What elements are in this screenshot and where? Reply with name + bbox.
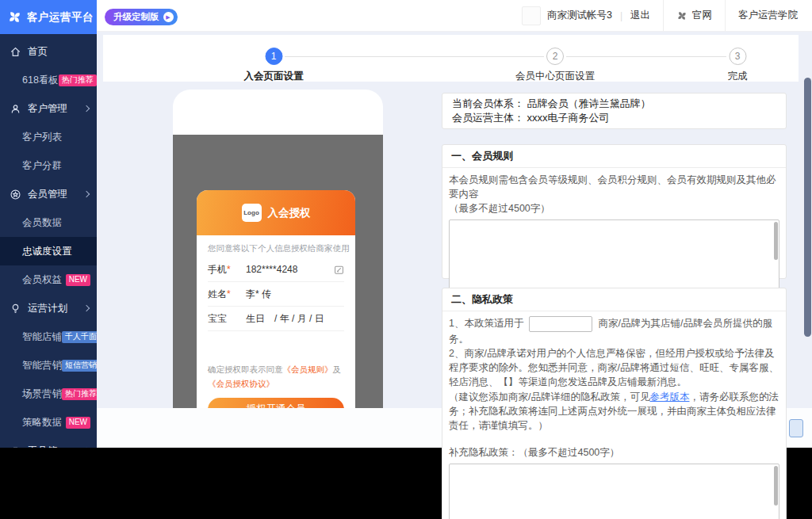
join-auth-title: 入会授权 [268,206,311,220]
birthday-value: 生日 / 年 / 月 / 日 [246,312,324,326]
chevron-right-icon [83,191,90,197]
brand-header: 客户运营平台 [0,0,97,34]
edit-icon [334,265,344,275]
step-1-label: 入会页面设置 [244,70,304,83]
sidebar-item-member-data[interactable]: 会员数据 [0,208,97,237]
stepper: 1 入会页面设置 2 会员中心页面设置 3 完成 [103,35,799,82]
phone-preview: Logo 入会授权 您同意将以下个人信息授权给商家使用 手机* 182****4… [173,90,383,408]
customer-icon [9,102,21,115]
sidebar-item-customer-list[interactable]: 客户列表 [0,123,97,151]
brand-title: 客户运营平台 [27,10,94,25]
brand-logo-icon [7,10,22,25]
step-2-label: 会员中心页面设置 [515,70,595,83]
new-badge: NEW [66,274,90,286]
new-badge: NEW [66,417,90,429]
step-3[interactable]: 3 完成 [728,48,748,83]
step-1-circle: 1 [265,48,282,65]
privacy-policy-title: 二、隐私政策 [442,288,786,311]
divider: | [620,10,622,21]
privacy-clause-1: 1、本政策适用于商家/品牌为其店铺/品牌会员所提供的服务。 [449,316,779,346]
upgrade-label: 升级定制版 [113,11,159,23]
member-auth-agreement-link: 《会员授权协议》 [208,379,274,388]
sidebar-item-member-benefits[interactable]: 会员权益 NEW [0,265,97,294]
official-site-label: 官网 [692,9,712,22]
join-auth-card: Logo 入会授权 您同意将以下个人信息授权给商家使用 手机* 182****4… [197,190,355,408]
divider [663,0,664,31]
pinwheel-icon [676,10,688,21]
step-1[interactable]: 1 入会页面设置 [244,48,304,83]
textarea-scrollbar[interactable] [774,222,778,260]
sidebar-item-toolbox[interactable]: 工具箱 [0,437,97,448]
academy-link[interactable]: 客户运营学院 [738,9,812,22]
membership-info-box: 当前会员体系： 品牌会员（雅诗兰黛品牌） 会员运营主体： xxxx电子商务公司 [442,93,787,129]
account-name: 商家测试帐号3 [547,9,612,22]
name-value: 李* 传 [246,288,271,301]
step-3-label: 完成 [728,70,748,83]
sidebar-item-member-mgmt[interactable]: 会员管理 [0,180,97,208]
avatar [522,6,541,25]
policy-scope-input[interactable] [529,316,592,332]
lightbulb-icon [9,302,21,315]
feature-badge: 千人千面 [62,331,97,343]
sidebar-item-home[interactable]: 首页 [0,37,97,66]
sidebar-item-loyalty-settings[interactable]: 忠诚度设置 [0,237,97,265]
feature-badge: 短信营销 [62,360,97,372]
privacy-note: （建议您添加商家/品牌详细的隐私政策，可见参考版本，请务必联系您的法务；补充隐私… [449,390,779,433]
privacy-policy-section: 二、隐私政策 1、本政策适用于商家/品牌为其店铺/品牌会员所提供的服务。 2、商… [442,288,787,519]
join-auth-header: Logo 入会授权 [197,190,355,235]
auth-subtitle: 您同意将以下个人信息授权给商家使用 [208,243,344,254]
chevron-right-icon [83,105,90,112]
app-root: 商家测试帐号3 | 退出 官网 客户运营学院 [0,0,812,519]
auth-row-name: 姓名* 李* 传 [208,282,344,307]
chevron-right-icon [83,305,90,311]
sidebar-item-scene-marketing[interactable]: 场景营销 热门推荐 [0,380,97,408]
member-rules-desc-2: （最多不超过4500字） [449,201,779,216]
member-icon [9,188,21,200]
phone-value: 182****4248 [246,264,297,275]
member-rules-link: 《会员规则》 [283,364,333,374]
privacy-clause-2: 2、商家/品牌承诺对用户的个人信息严格保密，但经用户授权或给予法律及程序要求的除… [449,346,779,389]
join-auth-body: 您同意将以下个人信息授权给商家使用 手机* 182****4248 姓名* 李*… [197,235,355,408]
sidebar-item-customer-mgmt[interactable]: 客户管理 [0,94,97,123]
step-3-circle: 3 [729,48,746,65]
reference-version-link[interactable]: 参考版本 [649,391,689,403]
operating-entity-line: 会员运营主体： xxxx电子商务公司 [452,111,776,125]
sidebar: 首页 618看板 热门推荐 客户管理 客户列表 客户分群 会员管理 会员数据 [0,34,97,448]
sidebar-item-618-board[interactable]: 618看板 热门推荐 [0,66,97,94]
current-system-line: 当前会员体系： 品牌会员（雅诗兰黛品牌） [452,97,776,111]
divider [725,0,726,31]
home-icon [9,45,21,58]
supplement-policy-label: 补充隐私政策：（最多不超过4500字） [449,445,779,460]
member-rules-title: 一、会员规则 [442,145,786,168]
floating-widget[interactable] [789,419,803,437]
sidebar-item-customer-segments[interactable]: 客户分群 [0,151,97,180]
upgrade-button[interactable]: 升级定制版 ▶ [105,9,178,25]
official-site-link[interactable]: 官网 [676,9,712,22]
sidebar-item-strategy-data[interactable]: 策略数据 NEW [0,408,97,437]
play-icon: ▶ [163,12,174,22]
toolbox-icon [9,445,21,448]
step-2[interactable]: 2 会员中心页面设置 [515,48,595,83]
agreement-text: 确定授权即表示同意《会员规则》及《会员授权协议》 [208,363,344,391]
auth-row-phone: 手机* 182****4248 [208,258,344,282]
topbar: 商家测试帐号3 | 退出 官网 客户运营学院 [97,0,812,32]
authorize-join-button: 授权开通会员 [208,398,344,408]
hot-badge: 热门推荐 [59,74,97,86]
member-rules-textarea[interactable] [449,219,779,291]
member-rules-section: 一、会员规则 本会员规则需包含会员等级规则、会员积分规则、会员有效期规则及其他必… [442,144,787,279]
step-2-circle: 2 [546,48,564,65]
logo-placeholder: Logo [242,204,262,222]
sidebar-item-smart-shop[interactable]: 智能店铺 千人千面 [0,322,97,351]
auth-row-baby: 宝宝 生日 / 年 / 月 / 日 [208,307,344,331]
textarea-scrollbar[interactable] [774,466,778,506]
hot-badge: 热门推荐 [62,388,97,400]
step-connector [285,56,544,57]
supplement-policy-textarea[interactable] [449,464,779,519]
member-rules-desc-1: 本会员规则需包含会员等级规则、会员积分规则、会员有效期规则及其他必要内容 [449,173,779,201]
sidebar-item-operation-plan[interactable]: 运营计划 [0,294,97,322]
page-scrollbar[interactable] [804,78,811,337]
sidebar-item-smart-marketing[interactable]: 智能营销 短信营销 [0,351,97,380]
logout-button[interactable]: 退出 [630,9,650,22]
